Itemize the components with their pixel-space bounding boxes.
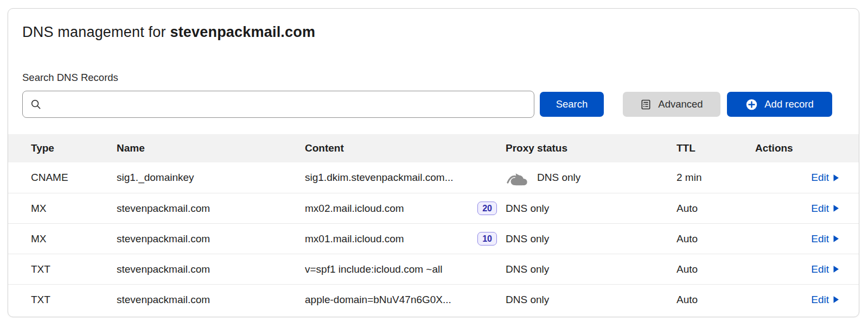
dns-only-cloud-icon bbox=[506, 170, 529, 186]
edit-link-label: Edit bbox=[811, 294, 829, 306]
column-header-content: Content bbox=[305, 142, 506, 154]
edit-arrow-icon bbox=[833, 295, 839, 304]
column-header-actions: Actions bbox=[755, 142, 839, 154]
edit-arrow-icon bbox=[833, 265, 839, 273]
record-type: TXT bbox=[31, 294, 117, 306]
page-title: DNS management for stevenpackmail.com bbox=[22, 24, 845, 41]
record-content: mx02.mail.icloud.com bbox=[305, 203, 404, 215]
advanced-list-icon bbox=[640, 99, 652, 110]
search-input[interactable] bbox=[47, 98, 526, 111]
dns-management-card: DNS management for stevenpackmail.com Se… bbox=[8, 8, 859, 317]
dns-record-row: TXT stevenpackmail.com apple-domain=bNuV… bbox=[8, 284, 859, 315]
edit-link-label: Edit bbox=[811, 203, 829, 215]
advanced-button-label: Advanced bbox=[658, 98, 703, 110]
record-content: apple-domain=bNuV47n6G0X... bbox=[305, 294, 451, 306]
record-name: stevenpackmail.com bbox=[117, 294, 305, 306]
add-record-button-label: Add record bbox=[764, 98, 814, 110]
record-type: MX bbox=[31, 203, 117, 215]
edit-arrow-icon bbox=[833, 235, 839, 243]
proxy-status-text: DNS only bbox=[506, 203, 549, 215]
edit-arrow-icon bbox=[833, 204, 839, 212]
edit-link[interactable]: Edit bbox=[811, 172, 839, 184]
record-content: v=spf1 include:icloud.com ~all bbox=[305, 263, 442, 275]
record-type: CNAME bbox=[31, 172, 117, 184]
record-ttl: 2 min bbox=[676, 172, 755, 184]
column-header-name: Name bbox=[117, 142, 305, 154]
dns-record-row: MX stevenpackmail.com mx01.mail.icloud.c… bbox=[8, 223, 859, 254]
edit-arrow-icon bbox=[833, 174, 839, 182]
proxy-status-text: DNS only bbox=[537, 172, 580, 184]
page-title-domain: stevenpackmail.com bbox=[170, 24, 315, 40]
record-ttl: Auto bbox=[676, 233, 755, 245]
edit-link[interactable]: Edit bbox=[811, 203, 839, 215]
advanced-button[interactable]: Advanced bbox=[623, 92, 720, 117]
edit-link[interactable]: Edit bbox=[811, 233, 839, 245]
record-content: sig1.dkim.stevenpackmail.com... bbox=[305, 172, 454, 184]
table-header-row: Type Name Content Proxy status TTL Actio… bbox=[8, 134, 859, 162]
record-ttl: Auto bbox=[676, 263, 755, 275]
add-record-button[interactable]: Add record bbox=[727, 92, 832, 117]
record-ttl: Auto bbox=[676, 203, 755, 215]
priority-badge: 20 bbox=[477, 202, 497, 216]
edit-link[interactable]: Edit bbox=[811, 294, 839, 306]
proxy-status-text: DNS only bbox=[506, 233, 549, 245]
search-icon bbox=[30, 99, 41, 110]
search-input-container bbox=[22, 91, 534, 118]
page-title-prefix: DNS management for bbox=[22, 24, 170, 40]
column-header-ttl: TTL bbox=[676, 142, 755, 154]
dns-records-table: Type Name Content Proxy status TTL Actio… bbox=[8, 134, 859, 315]
dns-record-row: CNAME sig1._domainkey sig1.dkim.stevenpa… bbox=[8, 162, 859, 193]
plus-circle-icon bbox=[745, 98, 758, 111]
record-name: stevenpackmail.com bbox=[117, 263, 305, 275]
record-name: stevenpackmail.com bbox=[117, 233, 305, 245]
dns-record-row: MX stevenpackmail.com mx02.mail.icloud.c… bbox=[8, 193, 859, 223]
record-name: sig1._domainkey bbox=[117, 172, 305, 184]
edit-link-label: Edit bbox=[811, 233, 829, 245]
search-toolbar: Search Advanced bbox=[22, 91, 845, 118]
record-type: TXT bbox=[31, 263, 117, 275]
search-button[interactable]: Search bbox=[540, 92, 604, 117]
record-name: stevenpackmail.com bbox=[117, 203, 305, 215]
edit-link[interactable]: Edit bbox=[811, 263, 839, 275]
column-header-proxy-status: Proxy status bbox=[506, 142, 676, 154]
search-label: Search DNS Records bbox=[22, 72, 845, 84]
record-ttl: Auto bbox=[676, 294, 755, 306]
proxy-status-text: DNS only bbox=[506, 263, 549, 275]
proxy-status-text: DNS only bbox=[506, 294, 549, 306]
record-type: MX bbox=[31, 233, 117, 245]
column-header-type: Type bbox=[31, 142, 117, 154]
edit-link-label: Edit bbox=[811, 263, 829, 275]
dns-record-row: TXT stevenpackmail.com v=spf1 include:ic… bbox=[8, 254, 859, 284]
dns-table-body: CNAME sig1._domainkey sig1.dkim.stevenpa… bbox=[8, 162, 859, 315]
record-content: mx01.mail.icloud.com bbox=[305, 233, 404, 245]
priority-badge: 10 bbox=[477, 232, 497, 246]
card-top-section: DNS management for stevenpackmail.com Se… bbox=[8, 9, 859, 118]
edit-link-label: Edit bbox=[811, 172, 829, 184]
